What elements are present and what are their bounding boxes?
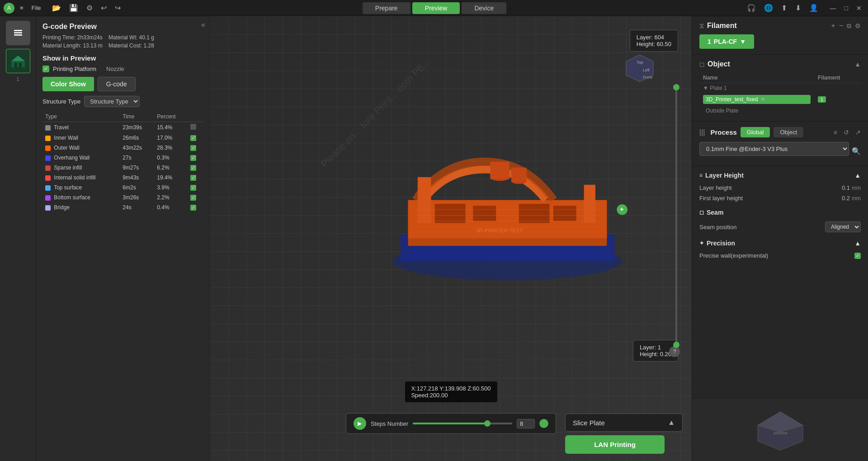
row-checkbox[interactable]: ✓ xyxy=(190,165,196,171)
row-checkbox[interactable] xyxy=(190,124,196,130)
thumbnail-item[interactable] xyxy=(6,49,30,73)
process-refresh-icon[interactable]: ↺ xyxy=(844,129,849,136)
left-panel: 1 xyxy=(0,16,36,461)
row-check-cell[interactable]: ✓ xyxy=(188,202,203,212)
nav-prepare[interactable]: Prepare xyxy=(363,2,410,14)
printing-platform-checkbox[interactable]: ✓ xyxy=(42,66,49,72)
process-preset-select[interactable]: 0.1mm Fine @Ender-3 V3 Plus xyxy=(699,142,849,156)
row-check-cell[interactable]: ✓ xyxy=(188,153,203,163)
user-icon[interactable]: 👤 xyxy=(809,4,818,12)
slider-thumb-top[interactable] xyxy=(673,84,679,90)
row-time-cell: 23m39s xyxy=(120,122,154,133)
speed-value: Speed:200.00 xyxy=(411,392,491,399)
steps-number-input[interactable] xyxy=(517,419,535,428)
layer-height-value: 0.1 mm xyxy=(842,184,861,191)
printing-time-label: Printing Time: xyxy=(42,34,75,41)
row-check-cell[interactable]: ✓ xyxy=(188,143,203,153)
row-checkbox[interactable]: ✓ xyxy=(190,155,196,161)
row-checkbox[interactable]: ✓ xyxy=(190,205,196,211)
slice-plate-bar: Slice Plate ▲ xyxy=(565,414,683,432)
upload-icon[interactable]: ⬆ xyxy=(781,4,787,12)
copy-filament-icon[interactable]: ⧉ xyxy=(847,22,851,30)
gcode-button[interactable]: G-code xyxy=(98,77,136,91)
headset-icon[interactable]: 🎧 xyxy=(747,4,756,12)
menu-file[interactable]: File xyxy=(29,4,44,12)
svg-rect-18 xyxy=(473,206,496,221)
tab-object[interactable]: Object xyxy=(774,127,803,137)
network-icon[interactable]: 🌐 xyxy=(764,4,773,12)
slider-thumb-bottom[interactable] xyxy=(673,342,679,348)
row-check-cell[interactable]: ✓ xyxy=(188,163,203,173)
table-row: Outer Wall 43m22s 28.3% ✓ xyxy=(42,143,203,153)
precise-wall-checkbox[interactable]: ✓ xyxy=(854,253,861,259)
table-row: Overhang Wall 27s 0.3% ✓ xyxy=(42,153,203,163)
row-check-cell[interactable]: ✓ xyxy=(188,183,203,193)
lan-printing-button[interactable]: LAN Printing xyxy=(565,435,665,454)
orientation-cube[interactable]: Top Left Front xyxy=(624,52,656,84)
object-collapse-icon[interactable]: ▲ xyxy=(854,61,861,68)
row-checkbox[interactable]: ✓ xyxy=(190,195,196,201)
3d-canvas[interactable]: 3D PRINTER TEST + Top Left Front ⌂ xyxy=(210,16,692,461)
type-name: Internal solid infill xyxy=(54,174,95,181)
filament-select-button[interactable]: 1 PLA-CF ▼ xyxy=(699,34,754,49)
process-list-icon[interactable]: ≡ xyxy=(834,129,837,136)
row-checkbox[interactable]: ✓ xyxy=(190,145,196,151)
settings-filament-icon[interactable]: ⚙ xyxy=(855,22,861,29)
height-6050-label: Height: 60.50 xyxy=(637,41,671,47)
row-percent-cell: 0.3% xyxy=(154,153,188,163)
open-file-icon[interactable]: 📂 xyxy=(50,3,63,13)
seam-header[interactable]: ◻ Seam xyxy=(699,209,861,216)
steps-slider[interactable] xyxy=(413,419,512,428)
tab-global[interactable]: Global xyxy=(741,127,770,137)
row-checkbox[interactable]: ✓ xyxy=(190,185,196,191)
play-button[interactable]: ▶ xyxy=(354,417,366,430)
structure-type-select[interactable]: Structure Type Feature Type Layer Type xyxy=(84,96,140,107)
row-check-cell[interactable]: ✓ xyxy=(188,133,203,143)
seam-position-select[interactable]: Aligned xyxy=(825,221,861,232)
row-check-cell[interactable]: ✓ xyxy=(188,173,203,183)
undo-icon[interactable]: ↩ xyxy=(99,3,108,13)
type-color-swatch xyxy=(45,155,51,161)
row-checkbox[interactable]: ✓ xyxy=(190,175,196,181)
table-row: Bridge 24s 0.4% ✓ xyxy=(42,202,203,212)
add-filament-icon[interactable]: + xyxy=(831,22,835,30)
minimize-button[interactable]: — xyxy=(827,4,839,13)
row-check-cell[interactable] xyxy=(188,122,203,133)
precision-header[interactable]: ✦ Precision ▲ xyxy=(699,240,861,247)
structure-type-row: Structure Type Structure Type Feature Ty… xyxy=(42,96,203,107)
row-percent-cell: 19.4% xyxy=(154,173,188,183)
layer-height-row: Layer height 0.1 mm xyxy=(699,183,861,193)
layer-slider[interactable] xyxy=(671,84,682,348)
right-panel: ⧖ Filament + − ⧉ ⚙ 1 PLA-CF ▼ ◻ Object ▲ xyxy=(692,16,868,461)
panel-close-icon[interactable]: « xyxy=(201,21,205,29)
slice-plate-chevron[interactable]: ▲ xyxy=(668,419,675,427)
type-name: Top surface xyxy=(54,184,82,191)
row-checkbox[interactable]: ✓ xyxy=(190,135,196,141)
nav-preview[interactable]: Preview xyxy=(412,2,460,14)
layers-panel-btn[interactable] xyxy=(6,21,30,45)
color-show-button[interactable]: Color Show xyxy=(42,77,94,91)
redo-icon[interactable]: ↪ xyxy=(113,3,123,13)
layer-height-icon: ≡ xyxy=(699,172,703,179)
menu-hamburger[interactable]: ≡ xyxy=(17,4,26,12)
settings-icon[interactable]: ⚙ xyxy=(85,3,94,13)
save-icon[interactable]: 💾 xyxy=(67,3,80,13)
row-percent-cell: 0.4% xyxy=(154,202,188,212)
object-name: 3D_Printer_test_fixed xyxy=(706,96,758,103)
maximize-button[interactable]: □ xyxy=(842,4,851,13)
remove-filament-icon[interactable]: − xyxy=(839,22,843,30)
type-color-swatch xyxy=(45,185,51,191)
layer-height-header[interactable]: ≡ Layer Height ▲ xyxy=(699,172,861,179)
object-row[interactable]: 3D_Printer_test_fixed 👁 xyxy=(699,93,814,106)
search-preset-icon[interactable]: 🔍 xyxy=(852,147,861,155)
process-export-icon[interactable]: ↗ xyxy=(855,129,861,136)
slice-lan-controls: Slice Plate ▲ LAN Printing xyxy=(565,414,683,454)
nav-device[interactable]: Device xyxy=(462,2,506,14)
filament-icon: ⧖ xyxy=(699,22,704,30)
eye-icon[interactable]: 👁 xyxy=(760,96,766,103)
close-button[interactable]: ✕ xyxy=(854,4,864,13)
row-type-cell: Sparse infill xyxy=(42,163,120,173)
download-icon[interactable]: ⬇ xyxy=(795,4,801,12)
row-check-cell[interactable]: ✓ xyxy=(188,193,203,202)
process-section: ||| Process Global Object ≡ ↺ ↗ 0.1mm Fi… xyxy=(692,122,868,166)
